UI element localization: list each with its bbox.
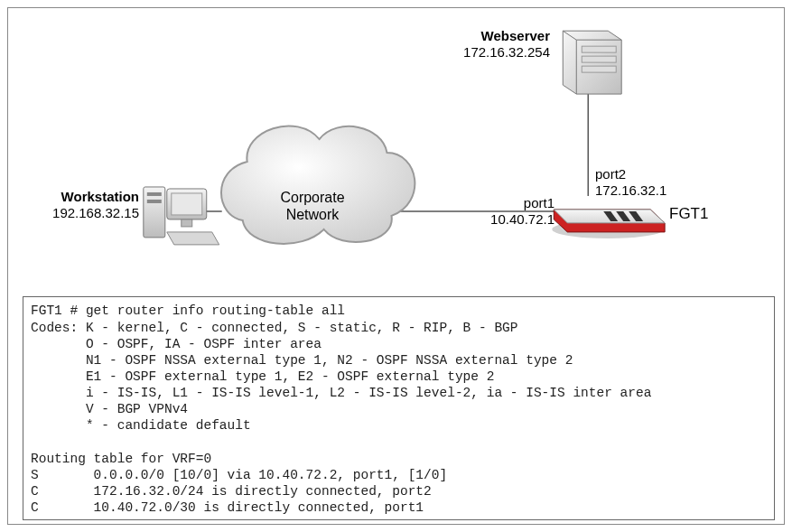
svg-rect-6 xyxy=(582,46,616,52)
cloud-label: Corporate Network xyxy=(258,189,367,223)
port1-label: port1 10.40.72.1 xyxy=(460,195,554,228)
svg-rect-5 xyxy=(182,219,192,227)
fgt1-name: FGT1 xyxy=(669,205,708,223)
cloud-label-1: Corporate xyxy=(258,189,367,206)
webserver-ip: 172.16.32.254 xyxy=(405,44,550,61)
webserver-title: Webserver xyxy=(405,28,550,44)
cli-line-ospf: O - OSPF, IA - OSPF inter area xyxy=(31,337,321,351)
workstation-title: Workstation xyxy=(35,189,139,205)
svg-rect-8 xyxy=(582,66,616,72)
webserver-label: Webserver 172.16.32.254 xyxy=(405,28,550,61)
cli-line-prompt: FGT1 # get router info routing-table all xyxy=(31,303,345,318)
cli-line-nssa: N1 - OSPF NSSA external type 1, N2 - OSP… xyxy=(31,353,573,368)
cloud-icon xyxy=(221,126,415,243)
cloud-label-2: Network xyxy=(258,206,367,223)
cli-route-c1: C 172.16.32.0/24 is directly connected, … xyxy=(31,484,432,499)
port1-name: port1 xyxy=(460,195,554,211)
fgt1-icon xyxy=(552,210,665,238)
cli-line-isis: i - IS-IS, L1 - IS-IS level-1, L2 - IS-I… xyxy=(31,386,651,400)
cli-line-vrf: Routing table for VRF=0 xyxy=(31,452,211,466)
cli-route-c2: C 10.40.72.0/30 is directly connected, p… xyxy=(31,500,424,515)
workstation-ip: 192.168.32.15 xyxy=(35,205,139,221)
svg-rect-7 xyxy=(582,56,616,62)
exhibit-frame: Webserver 172.16.32.254 port2 172.16.32.… xyxy=(7,7,785,525)
port1-ip: 10.40.72.1 xyxy=(460,211,554,228)
workstation-label: Workstation 192.168.32.15 xyxy=(35,189,139,221)
cli-line-ext: E1 - OSPF external type 1, E2 - OSPF ext… xyxy=(31,369,494,384)
cli-line-vpn: V - BGP VPNv4 xyxy=(31,402,188,416)
svg-rect-2 xyxy=(147,200,162,203)
cli-line-codes: Codes: K - kernel, C - connected, S - st… xyxy=(31,321,518,335)
webserver-icon xyxy=(563,31,621,94)
topology-canvas xyxy=(8,8,784,329)
svg-rect-4 xyxy=(172,193,202,215)
port2-label: port2 172.16.32.1 xyxy=(595,166,666,199)
port2-ip: 172.16.32.1 xyxy=(595,182,666,199)
svg-rect-1 xyxy=(147,192,162,196)
port2-name: port2 xyxy=(595,166,666,182)
topology-diagram: Webserver 172.16.32.254 port2 172.16.32.… xyxy=(8,8,784,329)
cli-route-static: S 0.0.0.0/0 [10/0] via 10.40.72.2, port1… xyxy=(31,468,447,482)
cli-output-box: FGT1 # get router info routing-table all… xyxy=(23,296,775,520)
workstation-icon xyxy=(144,187,219,245)
cli-line-cand: * - candidate default xyxy=(31,418,251,433)
